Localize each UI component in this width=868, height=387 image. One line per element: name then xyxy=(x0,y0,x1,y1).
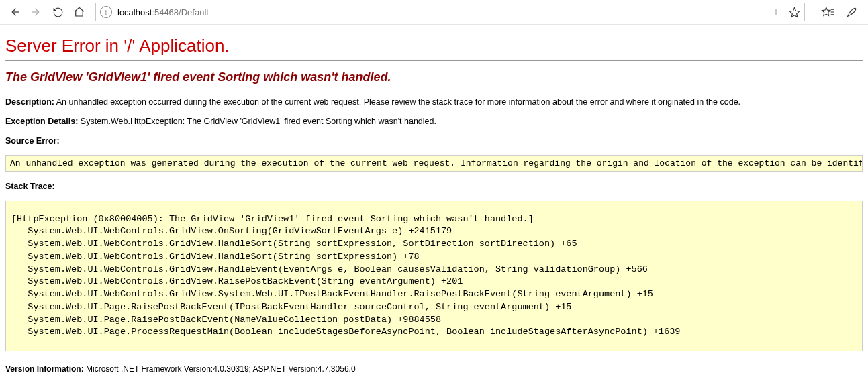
address-bar[interactable]: i localhost:54468/Default xyxy=(95,3,805,21)
version-text: Microsoft .NET Framework Version:4.0.303… xyxy=(86,364,356,374)
pen-icon xyxy=(846,6,858,18)
forward-button[interactable] xyxy=(26,1,47,23)
source-error-label: Source Error: xyxy=(5,136,60,146)
arrow-left-icon xyxy=(9,6,21,18)
favorites-hub-button[interactable] xyxy=(816,1,840,23)
description-label: Description: xyxy=(5,97,54,107)
browser-toolbar: i localhost:54468/Default xyxy=(0,0,868,25)
favorite-icon[interactable] xyxy=(789,7,800,18)
exception-details-text: System.Web.HttpException: The GridView '… xyxy=(81,117,436,126)
source-error-block: Source Error: xyxy=(5,135,863,147)
version-label: Version Information: xyxy=(5,364,84,374)
refresh-button[interactable] xyxy=(47,1,68,23)
address-host: localhost xyxy=(117,7,152,17)
info-icon[interactable]: i xyxy=(100,6,112,18)
exception-details-label: Exception Details: xyxy=(5,117,78,126)
home-icon xyxy=(73,6,85,18)
reading-view-icon[interactable] xyxy=(770,7,782,17)
error-subtitle: The GridView 'GridView1' fired event Sor… xyxy=(5,70,863,85)
divider-bottom xyxy=(5,360,863,360)
home-button[interactable] xyxy=(68,1,90,23)
divider xyxy=(5,60,863,61)
source-error-box: An unhandled exception was generated dur… xyxy=(5,155,863,172)
page-title: Server Error in '/' Application. xyxy=(5,36,863,56)
back-button[interactable] xyxy=(4,1,26,23)
description-text: An unhandled exception occurred during t… xyxy=(56,97,740,107)
version-info: Version Information: Microsoft .NET Fram… xyxy=(5,364,863,374)
stack-trace-block: Stack Trace: xyxy=(5,181,863,192)
arrow-right-icon xyxy=(30,6,42,18)
favorites-hub-icon xyxy=(821,6,834,18)
exception-details-block: Exception Details: System.Web.HttpExcept… xyxy=(5,116,863,127)
refresh-icon xyxy=(52,7,64,18)
address-text: localhost:54468/Default xyxy=(117,7,770,17)
description-block: Description: An unhandled exception occu… xyxy=(5,97,863,108)
stack-trace-box: [HttpException (0x80004005): The GridVie… xyxy=(5,201,863,352)
address-path: :54468/Default xyxy=(152,7,209,17)
notes-button[interactable] xyxy=(840,1,864,23)
error-page: Server Error in '/' Application. The Gri… xyxy=(0,25,868,384)
stack-trace-label: Stack Trace: xyxy=(5,182,55,191)
